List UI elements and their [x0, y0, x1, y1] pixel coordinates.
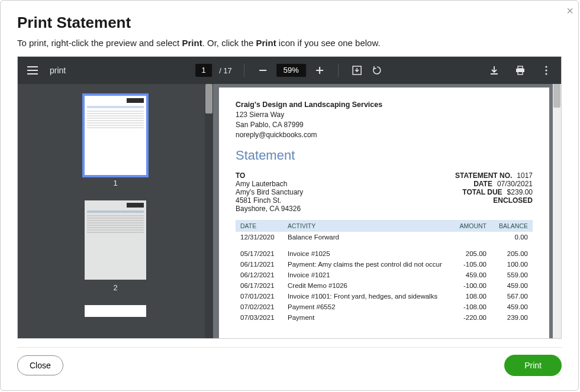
- toolbar-center: 1 / 17 59%: [195, 64, 384, 77]
- svg-rect-4: [518, 66, 523, 69]
- meta-value: 07/30/2021: [497, 180, 533, 188]
- cell-balance: 459.00: [491, 302, 533, 312]
- cell-amount: -100.00: [450, 280, 491, 291]
- to-name: Amy Lauterbach: [236, 180, 303, 188]
- menu-icon[interactable]: [26, 64, 39, 77]
- cell-date: 05/17/2021: [236, 248, 283, 259]
- meta-label: TOTAL DUE: [462, 188, 502, 196]
- cell-balance: 205.00: [491, 248, 533, 259]
- close-button[interactable]: Close: [17, 355, 63, 375]
- instr-bold1: Print: [182, 38, 202, 48]
- thumbnail-label: 2: [113, 283, 117, 292]
- statement-table: DATE ACTIVITY AMOUNT BALANCE 12/31/2020B…: [236, 220, 533, 323]
- meta-label: DATE: [473, 180, 492, 188]
- cell-amount: 205.00: [450, 248, 491, 259]
- cell-amount: -220.00: [450, 312, 491, 323]
- addr-line: San Pablo, CA 87999: [236, 120, 533, 130]
- cell-date: 07/02/2021: [236, 302, 283, 312]
- cell-date: 07/01/2021: [236, 291, 283, 302]
- cell-amount: 459.00: [450, 270, 491, 280]
- instr-pre: To print, right-click the preview and se…: [17, 38, 182, 48]
- cell-balance: 559.00: [491, 270, 533, 280]
- cell-activity: Payment #6552: [283, 302, 450, 312]
- instr-mid: . Or, click the: [202, 38, 256, 48]
- col-activity: ACTIVITY: [283, 220, 450, 232]
- print-button[interactable]: Print: [504, 355, 562, 376]
- meta-label: STATEMENT NO.: [455, 171, 512, 180]
- table-row: 06/11/2021Payment: Amy claims the pest c…: [236, 259, 533, 270]
- thumbnail-page-1[interactable]: [85, 96, 146, 175]
- close-icon[interactable]: ×: [566, 4, 573, 18]
- svg-rect-5: [516, 69, 524, 72]
- document-scrollbar[interactable]: [553, 84, 561, 338]
- svg-rect-2: [319, 67, 320, 74]
- cell-activity: Invoice #1021: [283, 270, 450, 280]
- to-label: TO: [236, 171, 303, 180]
- cell-amount: 108.00: [450, 291, 491, 302]
- table-row: 06/12/2021Invoice #1021459.00559.00: [236, 270, 533, 280]
- to-addr: 4581 Finch St.: [236, 196, 303, 205]
- thumbnail-scrollbar[interactable]: [205, 84, 213, 338]
- table-row: 12/31/2020Balance Forward0.00: [236, 232, 533, 242]
- pdf-toolbar: print 1 / 17 59%: [18, 57, 561, 84]
- cell-activity: Payment: [283, 312, 450, 323]
- viewer-body: 1 2 Craig's Design and Landscaping Servi…: [18, 84, 561, 338]
- rotate-icon[interactable]: [370, 64, 384, 77]
- table-row: 07/02/2021Payment #6552-108.00459.00: [236, 302, 533, 312]
- cell-amount: -105.00: [450, 259, 491, 270]
- thumbnail-page-3[interactable]: [85, 305, 146, 317]
- company-address: 123 Sierra Way San Pablo, CA 87999 norep…: [236, 110, 533, 140]
- cell-balance: 100.00: [491, 259, 533, 270]
- pdf-viewer: print 1 / 17 59%: [17, 56, 562, 339]
- cell-date: 06/12/2021: [236, 270, 283, 280]
- cell-balance: 567.00: [491, 291, 533, 302]
- cell-date: 12/31/2020: [236, 232, 283, 242]
- svg-point-9: [545, 73, 547, 74]
- cell-balance: 239.00: [491, 312, 533, 323]
- thumbnail-panel[interactable]: 1 2: [18, 84, 213, 338]
- page-total: / 17: [219, 66, 232, 75]
- instruction-text: To print, right-click the preview and se…: [1, 38, 578, 56]
- table-row: 06/17/2021Credit Memo #1026-100.00459.00: [236, 280, 533, 291]
- bill-to: TO Amy Lauterbach Amy's Bird Sanctuary 4…: [236, 171, 303, 213]
- print-icon[interactable]: [514, 64, 527, 77]
- zoom-in-icon[interactable]: [313, 64, 326, 77]
- company-email: noreply@quickbooks.com: [236, 130, 533, 140]
- statement-meta: STATEMENT NO.1017 DATE07/30/2021 TOTAL D…: [455, 171, 533, 213]
- to-addr: Bayshore, CA 94326: [236, 205, 303, 213]
- col-date: DATE: [236, 220, 283, 232]
- table-row: 07/01/2021Invoice #1001: Front yard, hed…: [236, 291, 533, 302]
- more-icon[interactable]: [540, 64, 553, 77]
- cell-date: 06/11/2021: [236, 259, 283, 270]
- cell-balance: 459.00: [491, 280, 533, 291]
- meta-label: ENCLOSED: [493, 196, 533, 205]
- modal-title: Print Statement: [17, 14, 562, 32]
- to-company: Amy's Bird Sanctuary: [236, 188, 303, 196]
- modal-footer: Close Print: [17, 347, 562, 385]
- svg-rect-0: [259, 70, 266, 71]
- instr-post: icon if you see one below.: [276, 38, 381, 48]
- svg-point-7: [545, 66, 547, 67]
- cell-activity: Payment: Amy claims the pest control did…: [283, 259, 450, 270]
- document-page: Craig's Design and Landscaping Services …: [219, 88, 549, 338]
- cell-activity: Credit Memo #1026: [283, 280, 450, 291]
- separator: [244, 64, 244, 77]
- meta-value: 1017: [517, 171, 533, 180]
- current-page-input[interactable]: 1: [195, 64, 212, 77]
- company-name: Craig's Design and Landscaping Services: [236, 101, 533, 109]
- cell-date: 06/17/2021: [236, 280, 283, 291]
- fit-page-icon[interactable]: [350, 64, 363, 77]
- statement-heading: Statement: [236, 148, 533, 163]
- separator: [338, 64, 339, 77]
- zoom-out-icon[interactable]: [256, 64, 269, 77]
- thumbnail-page-2[interactable]: [85, 200, 146, 280]
- table-row: 07/03/2021Payment-220.00239.00: [236, 312, 533, 323]
- document-panel[interactable]: Craig's Design and Landscaping Services …: [213, 84, 561, 338]
- zoom-level-input[interactable]: 59%: [276, 64, 306, 77]
- thumbnail-label: 1: [113, 179, 117, 187]
- table-row: 05/17/2021Invoice #1025205.00205.00: [236, 248, 533, 259]
- download-icon[interactable]: [488, 64, 501, 77]
- cell-amount: [450, 232, 491, 242]
- meta-row: TO Amy Lauterbach Amy's Bird Sanctuary 4…: [236, 171, 533, 213]
- cell-activity: Balance Forward: [283, 232, 450, 242]
